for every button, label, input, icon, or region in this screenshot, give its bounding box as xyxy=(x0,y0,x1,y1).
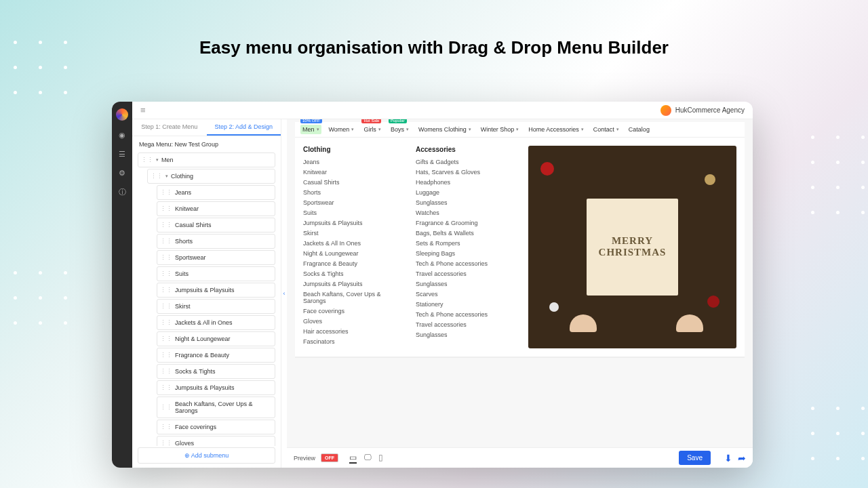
tree-item[interactable]: ⋮⋮Sportswear xyxy=(157,250,275,265)
mega-link[interactable]: Gloves xyxy=(303,318,405,325)
caret-icon[interactable]: ▾ xyxy=(165,174,168,179)
tree-item[interactable]: ⋮⋮Face coverings xyxy=(157,420,275,434)
drag-handle-icon[interactable]: ⋮⋮ xyxy=(160,189,172,196)
mega-link[interactable]: Fragrance & Grooming xyxy=(416,220,517,226)
mega-link[interactable]: Tech & Phone accessories xyxy=(416,311,517,318)
mega-link[interactable]: Jumpsuits & Playsuits xyxy=(303,220,405,226)
mega-link[interactable]: Jumpsuits & Playsuits xyxy=(303,281,405,287)
tree-item[interactable]: ⋮⋮Socks & Tights xyxy=(157,364,275,379)
mega-link[interactable]: Sleeping Bags xyxy=(416,250,517,257)
mobile-icon[interactable]: ▯ xyxy=(378,453,383,464)
mega-link[interactable]: Sunglasses xyxy=(416,199,517,206)
mega-link[interactable]: Knitwear xyxy=(303,169,405,176)
hamburger-icon[interactable]: ≡ xyxy=(140,105,146,115)
drag-handle-icon[interactable]: ⋮⋮ xyxy=(141,157,153,163)
mega-link[interactable]: Jackets & All In Ones xyxy=(303,240,405,247)
mega-link[interactable]: Night & Loungewear xyxy=(303,250,405,257)
nav-winter-shop[interactable]: Winter Shop▾ xyxy=(479,125,521,134)
nav-contact[interactable]: Contact▾ xyxy=(591,125,621,134)
drag-handle-icon[interactable]: ⋮⋮ xyxy=(160,336,172,342)
mega-link[interactable]: Sets & Rompers xyxy=(416,240,517,247)
tree-item[interactable]: ⋮⋮Casual Shirts xyxy=(157,218,275,232)
mega-link[interactable]: Travel accessories xyxy=(416,270,517,277)
drag-handle-icon[interactable]: ⋮⋮ xyxy=(160,368,172,375)
dashboard-icon[interactable]: ◉ xyxy=(117,130,127,140)
drag-handle-icon[interactable]: ⋮⋮ xyxy=(160,270,172,277)
tree-item[interactable]: ⋮⋮Knitwear xyxy=(157,201,275,216)
drag-handle-icon[interactable]: ⋮⋮ xyxy=(160,404,172,411)
nav-catalog[interactable]: Catalog xyxy=(627,125,652,134)
tree-item[interactable]: ⋮⋮Fragrance & Beauty xyxy=(157,348,275,363)
tree-item[interactable]: ⋮⋮Gloves xyxy=(157,436,275,446)
mega-link[interactable]: Sportswear xyxy=(303,199,405,206)
desktop-icon[interactable]: 🖵 xyxy=(363,453,372,464)
mega-link[interactable]: Hair accessories xyxy=(303,328,405,335)
caret-icon[interactable]: ▾ xyxy=(156,157,159,163)
drag-handle-icon[interactable]: ⋮⋮ xyxy=(160,238,172,245)
drag-handle-icon[interactable]: ⋮⋮ xyxy=(160,352,172,359)
mega-link[interactable]: Suits xyxy=(303,209,405,216)
mega-link[interactable]: Luggage xyxy=(416,189,517,196)
user-badge[interactable]: HukCommerce Agency xyxy=(660,105,745,116)
preview-toggle[interactable]: OFF xyxy=(321,453,338,462)
mega-link[interactable]: Jeans xyxy=(303,159,405,165)
mega-link[interactable]: Watches xyxy=(416,209,517,216)
drag-handle-icon[interactable]: ⋮⋮ xyxy=(160,384,172,391)
mega-link[interactable]: Travel accessories xyxy=(416,321,517,328)
tree-item[interactable]: ⋮⋮Beach Kaftans, Cover Ups & Sarongs xyxy=(157,396,275,418)
nav-womens-clothing[interactable]: Womens Clothing▾ xyxy=(416,125,473,134)
tree-item[interactable]: ⋮⋮Jumpsuits & Playsuits xyxy=(157,380,275,395)
nav-boys[interactable]: Popular Boys▾ xyxy=(389,125,411,134)
mega-link[interactable]: Casual Shirts xyxy=(303,179,405,186)
mega-link[interactable]: Fascinators xyxy=(303,338,405,345)
tab-step1[interactable]: Step 1: Create Menu xyxy=(132,119,207,136)
drag-handle-icon[interactable]: ⋮⋮ xyxy=(160,319,172,326)
add-submenu-button[interactable]: ⊕ Add submenu xyxy=(138,447,275,464)
nav-home-accessories[interactable]: Home Accessories▾ xyxy=(526,125,586,134)
tree-item[interactable]: ⋮⋮Skirst xyxy=(157,299,275,314)
mega-link[interactable]: Scarves xyxy=(416,291,517,298)
tree-item[interactable]: ⋮⋮Jumpsuits & Playsuits xyxy=(157,283,275,298)
tree-item[interactable]: ⋮⋮Suits xyxy=(157,266,275,281)
pane-divider[interactable]: ‹ xyxy=(281,119,287,468)
import-icon[interactable]: ⬇ xyxy=(724,453,732,464)
mega-link[interactable]: Gifts & Gadgets xyxy=(416,159,517,165)
tree-item-men[interactable]: ⋮⋮ ▾ Men xyxy=(138,152,275,167)
drag-handle-icon[interactable]: ⋮⋮ xyxy=(160,287,172,293)
drag-handle-icon[interactable]: ⋮⋮ xyxy=(151,173,163,180)
mega-link[interactable]: Bags, Belts & Wallets xyxy=(416,230,517,237)
mega-link[interactable]: Sunglasses xyxy=(416,331,517,338)
mega-link[interactable]: Stationery xyxy=(416,301,517,308)
mega-link[interactable]: Socks & Tights xyxy=(303,270,405,277)
drag-handle-icon[interactable]: ⋮⋮ xyxy=(160,205,172,212)
tree-item[interactable]: ⋮⋮Jeans xyxy=(157,185,275,200)
drag-handle-icon[interactable]: ⋮⋮ xyxy=(160,222,172,228)
export-icon[interactable]: ➦ xyxy=(738,453,746,464)
layers-icon[interactable]: ☰ xyxy=(117,149,127,159)
drag-handle-icon[interactable]: ⋮⋮ xyxy=(160,440,172,446)
save-button[interactable]: Save xyxy=(679,451,711,465)
nav-girls[interactable]: Hot Sale Girls▾ xyxy=(361,125,383,134)
gear-icon[interactable]: ⚙ xyxy=(117,168,127,178)
tab-step2[interactable]: Step 2: Add & Design xyxy=(207,119,281,136)
tree-item[interactable]: ⋮⋮Night & Loungewear xyxy=(157,331,275,346)
tree-item[interactable]: ⋮⋮Jackets & All in Ones xyxy=(157,315,275,330)
drag-handle-icon[interactable]: ⋮⋮ xyxy=(160,254,172,261)
info-icon[interactable]: ⓘ xyxy=(117,187,127,197)
nav-men[interactable]: 10% OFF Men▾ xyxy=(300,125,321,134)
mega-link[interactable]: Beach Kaftans, Cover Ups & Sarongs xyxy=(303,291,405,304)
tablet-icon[interactable]: ▭ xyxy=(349,453,357,464)
tree-item[interactable]: ⋮⋮Shorts xyxy=(157,234,275,249)
mega-link[interactable]: Headphones xyxy=(416,179,517,186)
mega-link[interactable]: Face coverings xyxy=(303,308,405,314)
mega-link[interactable]: Shorts xyxy=(303,189,405,196)
drag-handle-icon[interactable]: ⋮⋮ xyxy=(160,424,172,430)
mega-link[interactable]: Skirst xyxy=(303,230,405,237)
mega-link[interactable]: Tech & Phone accessories xyxy=(416,260,517,267)
tree-item-clothing[interactable]: ⋮⋮ ▾ Clothing xyxy=(147,169,275,184)
drag-handle-icon[interactable]: ⋮⋮ xyxy=(160,303,172,310)
nav-women[interactable]: Women▾ xyxy=(327,125,357,134)
mega-link[interactable]: Hats, Scarves & Gloves xyxy=(416,169,517,176)
mega-link[interactable]: Sunglasses xyxy=(416,281,517,287)
mega-link[interactable]: Fragrance & Beauty xyxy=(303,260,405,267)
